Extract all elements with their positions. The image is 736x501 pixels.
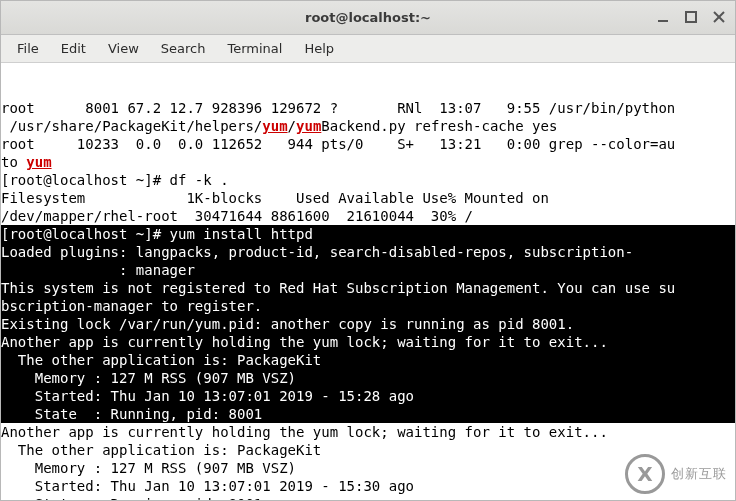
terminal-text: State : Running, pid: 8001 xyxy=(1,406,262,422)
terminal-line: Another app is currently holding the yum… xyxy=(1,333,735,351)
terminal-text: / xyxy=(288,118,296,134)
terminal-text: root 8001 67.2 12.7 928396 129672 ? RNl … xyxy=(1,100,675,116)
terminal-text: : manager xyxy=(1,262,195,278)
terminal-line: /usr/share/PackageKit/helpers/yum/yumBac… xyxy=(1,117,735,135)
terminal-line: The other application is: PackageKit xyxy=(1,441,735,459)
terminal-text: bscription-manager to register. xyxy=(1,298,262,314)
menu-edit[interactable]: Edit xyxy=(51,37,96,60)
menu-file[interactable]: File xyxy=(7,37,49,60)
maximize-icon xyxy=(684,10,698,24)
terminal-text: root 10233 0.0 0.0 112652 944 pts/0 S+ 1… xyxy=(1,136,675,152)
menu-terminal[interactable]: Terminal xyxy=(217,37,292,60)
terminal-text: Filesystem 1K-blocks Used Available Use%… xyxy=(1,190,549,206)
maximize-button[interactable] xyxy=(681,7,701,27)
terminal-line: State : Running, pid: 8001 xyxy=(1,495,735,500)
terminal-text: yum xyxy=(26,154,51,170)
terminal-text: /usr/share/PackageKit/helpers/ xyxy=(1,118,262,134)
terminal-text: Backend.py refresh-cache yes xyxy=(321,118,557,134)
terminal-line: Memory : 127 M RSS (907 MB VSZ) xyxy=(1,369,735,387)
menubar: File Edit View Search Terminal Help xyxy=(1,35,735,63)
terminal-line: Loaded plugins: langpacks, product-id, s… xyxy=(1,243,735,261)
terminal-line: to yum xyxy=(1,153,735,171)
terminal-text: Another app is currently holding the yum… xyxy=(1,334,608,350)
menu-view[interactable]: View xyxy=(98,37,149,60)
terminal-text: yum xyxy=(296,118,321,134)
terminal-text: Memory : 127 M RSS (907 MB VSZ) xyxy=(1,370,296,386)
terminal-line: State : Running, pid: 8001 xyxy=(1,405,735,423)
window-title: root@localhost:~ xyxy=(1,10,735,25)
terminal-line: [root@localhost ~]# df -k . xyxy=(1,171,735,189)
terminal-window: root@localhost:~ File Edit View Search T… xyxy=(0,0,736,501)
terminal-text: The other application is: PackageKit xyxy=(1,352,321,368)
terminal-line: root 10233 0.0 0.0 112652 944 pts/0 S+ 1… xyxy=(1,135,735,153)
terminal-line: Started: Thu Jan 10 13:07:01 2019 - 15:3… xyxy=(1,477,735,495)
titlebar: root@localhost:~ xyxy=(1,1,735,35)
terminal-line: Existing lock /var/run/yum.pid: another … xyxy=(1,315,735,333)
terminal-text: to xyxy=(1,154,26,170)
terminal-text: State : Running, pid: 8001 xyxy=(1,496,262,500)
terminal-text: Memory : 127 M RSS (907 MB VSZ) xyxy=(1,460,296,476)
terminal-line: The other application is: PackageKit xyxy=(1,351,735,369)
svg-rect-1 xyxy=(686,12,696,22)
terminal-line: Started: Thu Jan 10 13:07:01 2019 - 15:2… xyxy=(1,387,735,405)
terminal-text: This system is not registered to Red Hat… xyxy=(1,280,675,296)
menu-search[interactable]: Search xyxy=(151,37,216,60)
terminal-text: [root@localhost ~]# df -k . xyxy=(1,172,229,188)
terminal-text: yum xyxy=(262,118,287,134)
terminal-text: The other application is: PackageKit xyxy=(1,442,321,458)
terminal-text: Started: Thu Jan 10 13:07:01 2019 - 15:2… xyxy=(1,388,414,404)
terminal-line: Memory : 127 M RSS (907 MB VSZ) xyxy=(1,459,735,477)
terminal-text: Another app is currently holding the yum… xyxy=(1,424,608,440)
terminal-line: bscription-manager to register. xyxy=(1,297,735,315)
menu-help[interactable]: Help xyxy=(294,37,344,60)
terminal-line: [root@localhost ~]# yum install httpd xyxy=(1,225,735,243)
terminal-line: This system is not registered to Red Hat… xyxy=(1,279,735,297)
terminal-text: Loaded plugins: langpacks, product-id, s… xyxy=(1,244,633,260)
terminal-line: root 8001 67.2 12.7 928396 129672 ? RNl … xyxy=(1,99,735,117)
terminal-text: Started: Thu Jan 10 13:07:01 2019 - 15:3… xyxy=(1,478,414,494)
close-icon xyxy=(712,10,726,24)
terminal-line: Filesystem 1K-blocks Used Available Use%… xyxy=(1,189,735,207)
terminal-text: [root@localhost ~]# yum install httpd xyxy=(1,226,313,242)
terminal-line: : manager xyxy=(1,261,735,279)
terminal-text: Existing lock /var/run/yum.pid: another … xyxy=(1,316,574,332)
terminal-line: /dev/mapper/rhel-root 30471644 8861600 2… xyxy=(1,207,735,225)
terminal-line: Another app is currently holding the yum… xyxy=(1,423,735,441)
close-button[interactable] xyxy=(709,7,729,27)
window-controls xyxy=(653,7,729,27)
terminal-output[interactable]: root 8001 67.2 12.7 928396 129672 ? RNl … xyxy=(1,63,735,500)
terminal-text: /dev/mapper/rhel-root 30471644 8861600 2… xyxy=(1,208,473,224)
minimize-button[interactable] xyxy=(653,7,673,27)
minimize-icon xyxy=(656,10,670,24)
